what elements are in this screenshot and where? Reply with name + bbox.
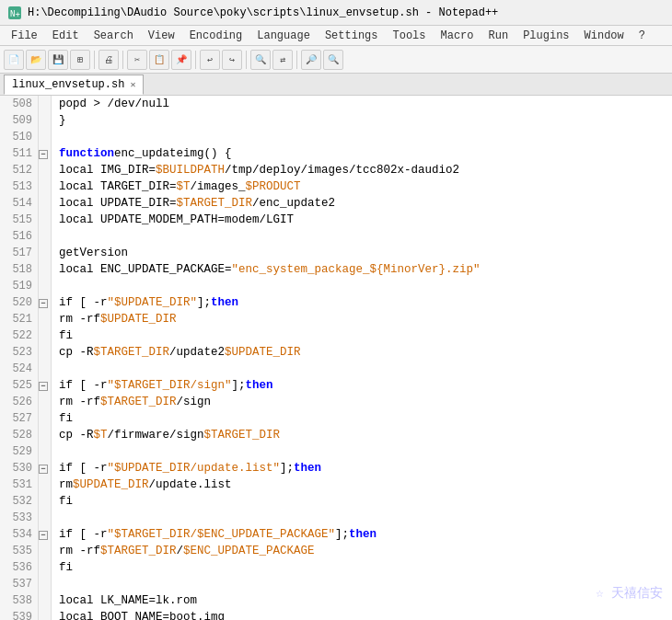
fold-marker-536 [39,559,52,576]
code-line-521: rm -rf $UPDATE_DIR [59,311,665,327]
line-num-536: 536 [6,559,32,576]
tab-bar: linux_envsetup.sh ✕ [0,74,672,96]
code-segment: rm -rf [59,311,100,327]
code-segment: ]; [335,526,349,543]
menu-tools[interactable]: Tools [385,28,433,44]
undo-button[interactable]: ↩ [200,50,220,70]
code-segment: local ENC_UPDATE_PACKAGE= [59,261,232,278]
line-num-538: 538 [6,592,32,609]
line-num-523: 523 [6,344,32,361]
code-segment: /tmp/deploy/images/tcc802x-daudio2 [225,162,459,178]
cut-button[interactable]: ✂ [127,50,147,70]
code-line-509: } [59,112,665,129]
code-segment: local IMG_DIR= [59,162,156,178]
tab-close-button[interactable]: ✕ [130,79,135,90]
save-button[interactable]: 💾 [48,50,68,70]
fold-marker-525[interactable]: − [39,377,52,394]
code-content[interactable]: popd > /dev/null }function enc_updateimg… [52,96,672,620]
line-num-531: 531 [6,476,32,493]
title-bar: N+ H:\Decompiling\DAudio Source\poky\scr… [0,0,672,26]
menu-settings[interactable]: Settings [318,28,386,44]
menu-run[interactable]: Run [481,28,516,44]
menu-language[interactable]: Language [249,28,318,44]
code-line-518: local ENC_UPDATE_PACKAGE="enc_system_pac… [59,261,665,278]
fold-marker-516 [39,228,52,245]
code-line-537 [59,576,665,592]
code-line-533 [59,510,665,526]
fold-marker-520[interactable]: − [39,294,52,311]
code-segment: $UPDATE_DIR [100,311,177,327]
fold-marker-531 [39,476,52,493]
save-all-button[interactable]: ⊞ [70,50,90,70]
code-segment: if [ -r [59,526,108,543]
line-num-532: 532 [6,493,32,510]
menu-macro[interactable]: Macro [434,28,481,44]
code-segment: local BOOT_NAME=boot.img [59,609,225,620]
code-segment: rm [59,476,73,493]
fold-marker-534[interactable]: − [39,526,52,543]
code-segment: /update.list [149,476,232,493]
code-line-530: if [ -r "$UPDATE_DIR/update.list" ]; the… [59,460,665,476]
fold-marker-518 [39,261,52,278]
menu-encoding[interactable]: Encoding [182,28,250,44]
app-icon: N+ [7,6,22,20]
toolbar: 📄 📂 💾 ⊞ 🖨 ✂ 📋 📌 ↩ ↪ 🔍 ⇄ 🔎 🔍 [0,46,672,74]
code-segment: /update2 [169,344,225,361]
find-button[interactable]: 🔍 [250,50,271,70]
code-segment: "enc_system_package_${MinorVer}.zip" [232,261,481,278]
line-num-528: 528 [6,427,32,443]
line-num-537: 537 [6,576,32,592]
title-text: H:\Decompiling\DAudio Source\poky\script… [28,6,498,19]
code-segment: /enc_update2 [252,195,335,212]
code-segment: / [177,543,184,559]
code-segment: then [349,526,377,543]
code-segment: "$TARGET_DIR/sign" [108,377,232,394]
tab-linux-envsetup[interactable]: linux_envsetup.sh ✕ [4,75,144,95]
code-segment: $TARGET_DIR [94,344,170,361]
zoom-in-button[interactable]: 🔎 [301,50,321,70]
paste-button[interactable]: 📌 [171,50,191,70]
tab-label: linux_envsetup.sh [12,78,124,91]
code-segment: local LK_NAME=lk.rom [59,592,197,609]
line-num-539: 539 [6,609,32,620]
menu-window[interactable]: Window [577,28,631,44]
line-num-516: 516 [6,228,32,245]
line-num-526: 526 [6,394,32,410]
menu-file[interactable]: File [4,28,45,44]
code-line-517: getVersion [59,245,665,261]
replace-button[interactable]: ⇄ [272,50,293,70]
code-line-514: local UPDATE_DIR=$TARGET_DIR/enc_update2 [59,195,665,212]
line-num-535: 535 [6,543,32,559]
menu-edit[interactable]: Edit [45,28,87,44]
code-segment: $T [177,178,191,195]
redo-button[interactable]: ↪ [222,50,242,70]
new-button[interactable]: 📄 [4,50,24,70]
line-num-514: 514 [6,195,32,212]
line-num-513: 513 [6,178,32,195]
line-num-510: 510 [6,129,32,145]
fold-marker-511[interactable]: − [39,145,52,162]
open-button[interactable]: 📂 [26,50,46,70]
code-segment: function [59,145,114,162]
line-num-509: 509 [6,112,32,129]
fold-marker-517 [39,245,52,261]
copy-button[interactable]: 📋 [149,50,169,70]
menu-?[interactable]: ? [631,28,653,44]
menu-plugins[interactable]: Plugins [516,28,576,44]
fold-marker-515 [39,212,52,228]
zoom-out-button[interactable]: 🔍 [323,50,343,70]
line-num-533: 533 [6,510,32,526]
code-segment: fi [59,410,73,427]
menu-view[interactable]: View [141,28,182,44]
fold-marker-530[interactable]: − [39,460,52,476]
sep4 [246,51,247,69]
print-button[interactable]: 🖨 [98,50,119,70]
code-segment: $TARGET_DIR [100,543,177,559]
line-num-529: 529 [6,443,32,460]
code-segment: then [294,460,321,476]
menu-search[interactable]: Search [87,28,141,44]
fold-marker-527 [39,410,52,427]
fold-marker-532 [39,493,52,510]
code-segment: if [ -r [59,377,108,394]
sep2 [122,51,123,69]
